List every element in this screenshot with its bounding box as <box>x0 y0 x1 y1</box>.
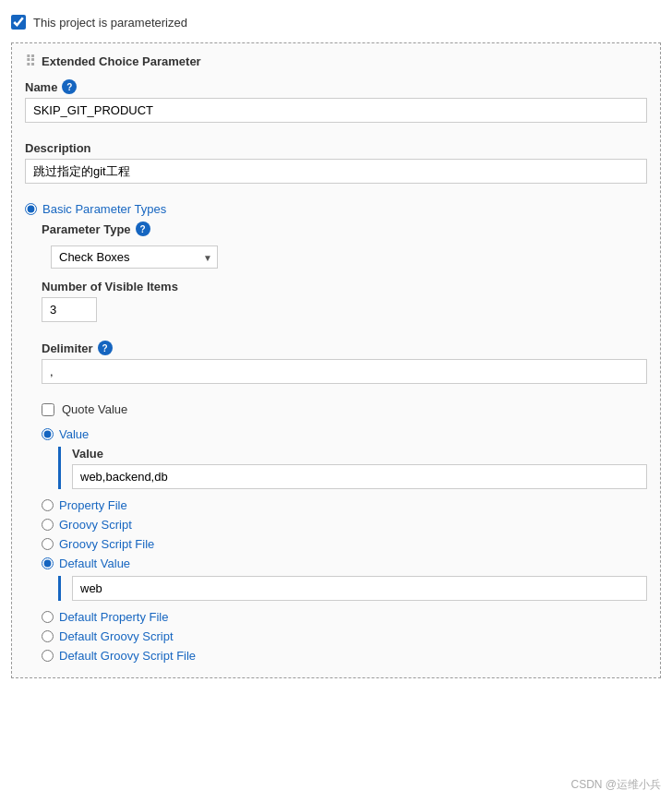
num-visible-input[interactable] <box>42 297 97 322</box>
name-help-icon[interactable]: ? <box>62 79 77 94</box>
groovy-script-radio[interactable] <box>42 519 54 531</box>
default-value-radio-option[interactable]: Default Value <box>42 557 647 570</box>
default-value-indented-block <box>42 576 647 601</box>
num-visible-label: Number of Visible Items <box>42 280 647 293</box>
param-type-help-icon[interactable]: ? <box>136 221 150 236</box>
description-input[interactable] <box>25 159 647 184</box>
drag-handle-icon[interactable]: ⠿ <box>25 53 32 70</box>
default-value-radio[interactable] <box>42 557 54 569</box>
section-title-text: Extended Choice Parameter <box>42 54 201 68</box>
value-indented-block: Value <box>42 447 647 489</box>
value-input[interactable] <box>72 464 647 489</box>
default-groovy-script-radio[interactable] <box>42 630 54 642</box>
default-value-label: Default Value <box>59 557 130 570</box>
groovy-script-file-label: Groovy Script File <box>59 537 154 551</box>
param-type-label: Parameter Type ? <box>42 221 150 236</box>
groovy-script-label: Groovy Script <box>59 518 132 532</box>
default-groovy-script-radio-option[interactable]: Default Groovy Script <box>42 629 647 643</box>
quote-value-checkbox[interactable] <box>42 403 54 416</box>
basic-param-types-radio[interactable] <box>25 203 37 215</box>
description-label: Description <box>25 141 647 155</box>
default-groovy-script-label: Default Groovy Script <box>59 629 174 643</box>
quote-value-label: Quote Value <box>62 402 127 416</box>
quote-value-row[interactable]: Quote Value <box>42 402 647 416</box>
delimiter-input[interactable] <box>42 359 647 384</box>
default-value-input[interactable] <box>72 576 647 601</box>
param-type-select-container[interactable]: Check Boxes Radio Buttons Multi-Level Si… <box>51 245 218 269</box>
groovy-script-file-radio-option[interactable]: Groovy Script File <box>42 537 647 551</box>
value-radio[interactable] <box>42 428 54 440</box>
parameterized-checkbox-wrapper[interactable]: This project is parameterized <box>11 15 187 30</box>
delimiter-label: Delimiter ? <box>42 341 647 355</box>
delimiter-help-icon[interactable]: ? <box>98 341 113 355</box>
extended-choice-parameter-section: ⠿ Extended Choice Parameter Name ? Descr… <box>11 42 661 678</box>
parameterized-label: This project is parameterized <box>33 16 187 30</box>
parameter-type-row: Parameter Type ? <box>42 221 647 236</box>
name-label: Name ? <box>25 79 647 94</box>
name-input[interactable] <box>25 98 647 123</box>
basic-param-types-label: Basic Parameter Types <box>42 202 166 216</box>
description-field-block: Description <box>25 141 647 193</box>
property-file-radio[interactable] <box>42 499 54 511</box>
default-groovy-script-file-label: Default Groovy Script File <box>59 649 196 663</box>
section-title-row: ⠿ Extended Choice Parameter <box>25 53 647 70</box>
default-groovy-script-file-radio[interactable] <box>42 650 54 662</box>
default-groovy-script-file-radio-option[interactable]: Default Groovy Script File <box>42 649 647 663</box>
value-sublabel: Value <box>72 447 647 461</box>
param-type-select-wrapper: Check Boxes Radio Buttons Multi-Level Si… <box>51 245 647 269</box>
top-bar: This project is parameterized <box>0 9 672 35</box>
parameterized-checkbox[interactable] <box>11 15 26 30</box>
default-property-file-label: Default Property File <box>59 610 169 624</box>
groovy-script-radio-option[interactable]: Groovy Script <box>42 518 647 532</box>
property-file-radio-option[interactable]: Property File <box>42 498 647 512</box>
page: This project is parameterized ⠿ Extended… <box>0 0 672 802</box>
groovy-script-file-radio[interactable] <box>42 538 54 550</box>
param-type-select[interactable]: Check Boxes Radio Buttons Multi-Level Si… <box>51 245 218 269</box>
value-radio-option[interactable]: Value <box>42 427 647 441</box>
num-visible-section: Number of Visible Items <box>42 280 647 331</box>
default-property-file-radio[interactable] <box>42 611 54 623</box>
basic-param-types-radio-option[interactable]: Basic Parameter Types <box>25 202 647 216</box>
property-file-label: Property File <box>59 498 127 512</box>
default-property-file-radio-option[interactable]: Default Property File <box>42 610 647 624</box>
credit-text: CSDN @运维小兵 <box>570 777 661 793</box>
value-radio-label: Value <box>59 427 89 441</box>
value-inner-block: Value <box>58 447 647 489</box>
name-field-block: Name ? <box>25 79 647 132</box>
delimiter-section: Delimiter ? <box>42 341 647 393</box>
default-value-inner-block <box>58 576 647 601</box>
